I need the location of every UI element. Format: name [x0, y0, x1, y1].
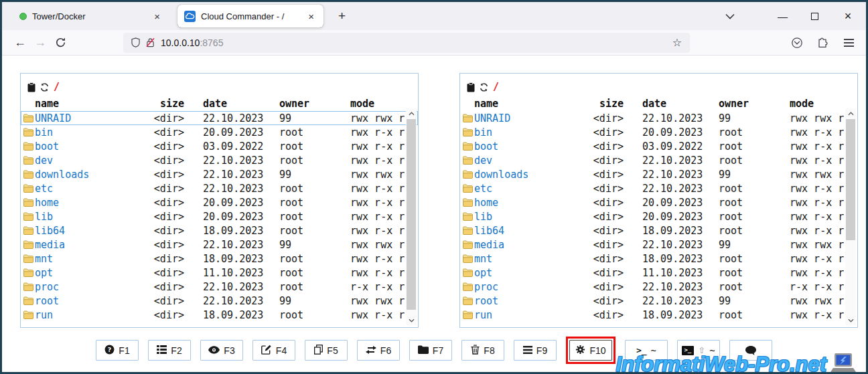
file-name-link[interactable]: bin	[35, 126, 136, 138]
file-name-link[interactable]: run	[474, 309, 575, 321]
scroll-down-icon[interactable]	[845, 315, 856, 325]
insecure-lock-icon[interactable]	[146, 37, 155, 48]
maximize-button[interactable]	[804, 11, 824, 22]
file-row[interactable]: home <dir> 20.09.2023 root rwx r-x r…	[21, 195, 418, 209]
pocket-icon[interactable]	[792, 37, 802, 48]
file-name-link[interactable]: home	[474, 197, 575, 209]
file-row[interactable]: downloads <dir> 22.10.2023 99 rwx rwx r…	[460, 167, 857, 181]
file-row[interactable]: UNRAID <dir> 22.10.2023 99 rwx rwx r…	[21, 111, 418, 125]
scroll-up-icon[interactable]	[845, 108, 856, 118]
column-header-mode[interactable]: mode	[772, 98, 844, 110]
scrollbar[interactable]	[406, 108, 417, 325]
file-name-link[interactable]: proc	[35, 281, 136, 293]
file-row[interactable]: lib <dir> 20.09.2023 root rwx r-x r…	[460, 209, 857, 223]
file-row[interactable]: proc <dir> 22.10.2023 root r-x r-x r…	[21, 280, 418, 294]
forward-button[interactable]: →	[30, 35, 50, 50]
file-row[interactable]: run <dir> 18.09.2023 root rwx r-x r…	[21, 308, 418, 322]
column-header-date[interactable]: date	[184, 98, 279, 110]
tab-tower-docker[interactable]: Tower/Docker ×	[13, 6, 169, 26]
f7-button[interactable]: F7	[409, 340, 452, 361]
close-tab-icon[interactable]: ×	[305, 10, 317, 23]
f1-button[interactable]: ?F1	[96, 340, 139, 361]
file-name-link[interactable]: lib	[474, 211, 575, 223]
f3-button[interactable]: F3	[200, 340, 243, 361]
minimize-button[interactable]: —	[772, 11, 792, 22]
file-name-link[interactable]: etc	[35, 183, 136, 195]
file-name-link[interactable]: run	[35, 309, 136, 321]
f10-button[interactable]: F10	[569, 340, 612, 361]
file-name-link[interactable]: boot	[35, 141, 136, 153]
file-name-link[interactable]: lib64	[474, 225, 575, 237]
file-row[interactable]: proc <dir> 22.10.2023 root r-x r-x r…	[460, 280, 857, 294]
column-header-owner[interactable]: owner	[279, 98, 333, 110]
file-row[interactable]: opt <dir> 11.10.2023 root rwx r-x r…	[21, 266, 418, 280]
file-row[interactable]: boot <dir> 03.09.2022 root rwx r-x r…	[460, 139, 857, 153]
scrollbar-thumb[interactable]	[407, 119, 416, 310]
file-name-link[interactable]: proc	[474, 281, 575, 293]
extensions-puzzle-icon[interactable]	[817, 37, 828, 48]
file-row[interactable]: root <dir> 22.10.2023 99 rwx rwx r…	[21, 294, 418, 308]
shield-icon[interactable]	[131, 37, 140, 48]
column-header-size[interactable]: size	[575, 98, 624, 110]
file-row[interactable]: run <dir> 18.09.2023 root rwx r-x r…	[460, 308, 857, 322]
file-row[interactable]: media <dir> 22.10.2023 99 rwx rwx r…	[21, 238, 418, 252]
file-row[interactable]: UNRAID <dir> 22.10.2023 99 rwx rwx r…	[460, 111, 857, 125]
path-root-link[interactable]: /	[54, 81, 60, 93]
file-name-link[interactable]: UNRAID	[474, 112, 575, 124]
file-name-link[interactable]: media	[474, 239, 575, 251]
file-name-link[interactable]: downloads	[474, 169, 575, 181]
file-row[interactable]: etc <dir> 22.10.2023 root rwx r-x r…	[21, 181, 418, 195]
file-name-link[interactable]: mnt	[474, 253, 575, 265]
f2-button[interactable]: F2	[148, 340, 191, 361]
column-header-size[interactable]: size	[136, 98, 184, 110]
chat-button[interactable]	[729, 340, 772, 361]
reload-icon[interactable]	[56, 37, 66, 48]
column-header-name[interactable]: name	[35, 98, 136, 110]
file-name-link[interactable]: boot	[474, 141, 575, 153]
file-row[interactable]: bin <dir> 20.09.2023 root rwx r-x r…	[460, 125, 857, 139]
column-header-mode[interactable]: mode	[333, 98, 405, 110]
refresh-icon[interactable]	[40, 83, 49, 92]
file-name-link[interactable]: UNRAID	[35, 112, 136, 124]
file-name-link[interactable]: root	[35, 295, 136, 307]
clipboard-icon[interactable]	[467, 82, 475, 92]
file-name-link[interactable]: dev	[35, 155, 136, 167]
file-row[interactable]: opt <dir> 11.10.2023 root rwx r-x r…	[460, 266, 857, 280]
column-header-owner[interactable]: owner	[719, 98, 772, 110]
file-name-link[interactable]: lib	[35, 211, 136, 223]
file-row[interactable]: lib64 <dir> 18.09.2023 root rwx r-x r…	[21, 223, 418, 238]
menu-hamburger-icon[interactable]	[844, 39, 854, 47]
column-header-date[interactable]: date	[624, 98, 719, 110]
file-row[interactable]: etc <dir> 22.10.2023 root rwx r-x r…	[460, 181, 857, 195]
f4-button[interactable]: F4	[252, 340, 295, 361]
file-name-link[interactable]: lib64	[35, 225, 136, 237]
column-header-name[interactable]: name	[474, 98, 575, 110]
list-tabs-chevron-icon[interactable]	[725, 13, 735, 19]
file-row[interactable]: bin <dir> 20.09.2023 root rwx r-x r…	[21, 125, 418, 139]
tab-cloud-commander[interactable]: Cloud Commander - / ×	[177, 5, 323, 27]
bookmark-star-icon[interactable]: ☆	[672, 36, 682, 49]
file-name-link[interactable]: media	[35, 239, 136, 251]
file-row[interactable]: downloads <dir> 22.10.2023 99 rwx rwx r…	[21, 167, 418, 181]
f5-button[interactable]: F5	[305, 340, 348, 361]
terminal-button[interactable]: >_ ~	[625, 340, 668, 361]
file-name-link[interactable]: root	[474, 295, 575, 307]
f8-button[interactable]: F8	[461, 340, 504, 361]
url-bar[interactable]: 10.0.0.10:8765 ☆	[123, 33, 690, 53]
file-name-link[interactable]: dev	[474, 155, 575, 167]
scroll-down-icon[interactable]	[406, 315, 417, 325]
f6-button[interactable]: F6	[357, 340, 400, 361]
back-button[interactable]: ←	[10, 35, 30, 50]
file-row[interactable]: lib <dir> 20.09.2023 root rwx r-x r…	[21, 209, 418, 223]
file-name-link[interactable]: opt	[474, 267, 575, 279]
path-root-link[interactable]: /	[493, 81, 499, 93]
file-name-link[interactable]: downloads	[35, 169, 136, 181]
scroll-up-icon[interactable]	[406, 108, 417, 118]
refresh-icon[interactable]	[480, 83, 488, 92]
file-row[interactable]: media <dir> 22.10.2023 99 rwx rwx r…	[460, 238, 857, 252]
file-row[interactable]: home <dir> 20.09.2023 root rwx r-x r…	[460, 195, 857, 209]
file-name-link[interactable]: home	[35, 197, 136, 209]
cloud-terminal-button[interactable]: >_ ⇧ ~	[677, 340, 720, 361]
file-row[interactable]: mnt <dir> 18.09.2023 root rwx r-x r…	[21, 252, 418, 266]
clipboard-icon[interactable]	[27, 82, 35, 92]
